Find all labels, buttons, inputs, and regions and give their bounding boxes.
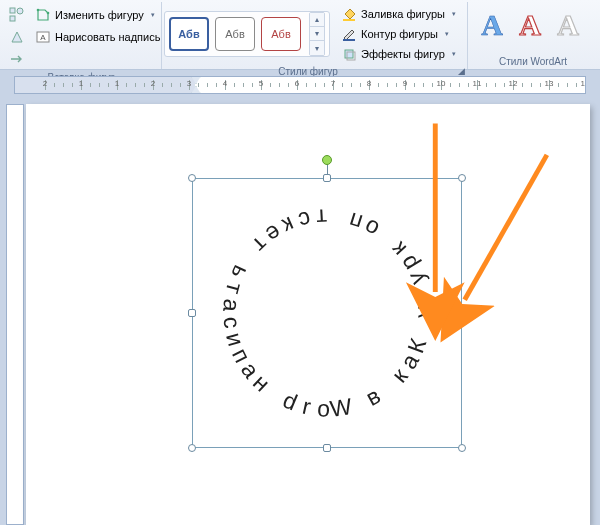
shape-outline-label: Контур фигуры	[361, 28, 438, 40]
group-wordart-styles: A A A Стили WordArt	[468, 2, 598, 69]
wordart-swatch[interactable]: A	[552, 8, 584, 42]
svg-point-1	[17, 8, 23, 14]
adjust-handle[interactable]	[455, 306, 469, 320]
shape-style-gallery[interactable]: Абв Абв Абв ▴ ▾ ▾	[164, 11, 330, 57]
textbox-icon: A	[35, 29, 51, 45]
page[interactable]: Как в Word написать текст по кругу	[26, 104, 590, 525]
gallery-shapes-thumb-3[interactable]	[4, 48, 30, 70]
draw-textbox-button[interactable]: A Нарисовать надпись	[30, 26, 165, 48]
shape-effects-button[interactable]: Эффекты фигур ▾	[338, 44, 459, 64]
svg-text:A: A	[40, 33, 46, 42]
shapes-misc2-icon	[9, 51, 25, 67]
gallery-shapes-thumb-2[interactable]	[4, 26, 30, 48]
svg-rect-9	[343, 39, 355, 41]
gallery-up-icon[interactable]: ▴	[310, 13, 324, 27]
shapes-grid-icon	[9, 7, 25, 23]
svg-rect-8	[343, 19, 355, 21]
shape-effects-label: Эффекты фигур	[361, 48, 445, 60]
resize-handle[interactable]	[188, 309, 196, 317]
resize-handle[interactable]	[458, 174, 466, 182]
dropdown-icon: ▾	[148, 11, 155, 19]
shape-style-swatch[interactable]: Абв	[261, 17, 301, 51]
shape-style-swatch[interactable]: Абв	[215, 17, 255, 51]
effects-icon	[341, 46, 357, 62]
resize-handle[interactable]	[323, 174, 331, 182]
svg-rect-2	[10, 16, 15, 21]
svg-line-12	[465, 155, 547, 300]
gallery-down-icon[interactable]: ▾	[310, 27, 324, 41]
gallery-more-icon[interactable]: ▾	[310, 41, 324, 55]
shape-fill-label: Заливка фигуры	[361, 8, 445, 20]
ribbon: Изменить фигуру ▾ A Нарисовать надпись В…	[0, 0, 600, 70]
rotate-handle[interactable]	[322, 155, 332, 165]
group-label-wordart: Стили WordArt	[470, 54, 596, 69]
shape-style-swatch[interactable]: Абв	[169, 17, 209, 51]
dropdown-icon: ▾	[442, 30, 449, 38]
dropdown-icon: ▾	[449, 10, 456, 18]
gallery-spinner[interactable]: ▴ ▾ ▾	[309, 12, 325, 56]
svg-point-4	[37, 9, 40, 12]
resize-handle[interactable]	[188, 174, 196, 182]
wordart-swatch[interactable]: A	[514, 8, 546, 42]
vertical-ruler[interactable]	[6, 104, 24, 525]
circular-text[interactable]: Как в Word написать текст по кругу	[222, 208, 432, 418]
edit-shape-label: Изменить фигуру	[55, 9, 144, 21]
group-shape-styles: Абв Абв Абв ▴ ▾ ▾ Заливка фигуры ▾	[162, 2, 468, 69]
svg-marker-3	[12, 32, 22, 42]
shape-fill-button[interactable]: Заливка фигуры ▾	[338, 4, 459, 24]
svg-rect-0	[10, 8, 15, 13]
group-insert-shapes: Изменить фигуру ▾ A Нарисовать надпись В…	[2, 2, 162, 69]
shape-outline-button[interactable]: Контур фигуры ▾	[338, 24, 459, 44]
shapes-misc-icon	[9, 29, 25, 45]
selected-wordart-shape[interactable]: Как в Word написать текст по кругу	[192, 178, 462, 448]
draw-textbox-label: Нарисовать надпись	[55, 31, 160, 43]
dropdown-icon: ▾	[449, 50, 456, 58]
resize-handle[interactable]	[323, 444, 331, 452]
svg-rect-10	[345, 50, 353, 58]
resize-handle[interactable]	[188, 444, 196, 452]
gallery-shapes-thumb[interactable]	[4, 4, 30, 26]
pen-outline-icon	[341, 26, 357, 42]
wordart-gallery[interactable]: A A A	[470, 4, 590, 46]
horizontal-ruler[interactable]: 211234567891011121314	[14, 76, 586, 94]
dialog-launcher-icon[interactable]: ◢	[452, 66, 465, 76]
resize-handle[interactable]	[458, 444, 466, 452]
paint-bucket-icon	[341, 6, 357, 22]
wordart-swatch[interactable]: A	[476, 8, 508, 42]
edit-shape-button[interactable]: Изменить фигуру ▾	[30, 4, 165, 26]
edit-shape-icon	[35, 7, 51, 23]
svg-point-5	[47, 12, 50, 15]
document-area: Как в Word написать текст по кругу	[0, 96, 600, 525]
